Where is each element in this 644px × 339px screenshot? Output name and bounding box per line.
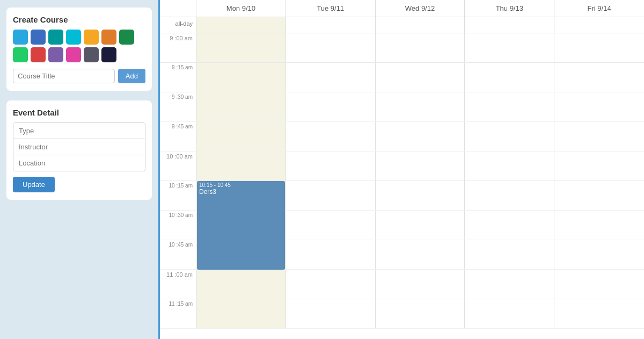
- time-cell-8-4[interactable]: [554, 270, 644, 299]
- time-cell-0-3[interactable]: [465, 33, 554, 62]
- time-cell-0-1[interactable]: [286, 33, 376, 62]
- allday-label: all-day: [160, 17, 196, 33]
- time-cell-5-0[interactable]: 10:15 - 10:45Ders3: [196, 181, 286, 210]
- time-cell-3-3[interactable]: [465, 122, 554, 151]
- color-swatch-teal[interactable]: [48, 30, 63, 45]
- calendar-header: Mon 9/10Tue 9/11Wed 9/12Thu 9/13Fri 9/14: [160, 0, 644, 17]
- time-cell-9-0[interactable]: [196, 299, 286, 328]
- course-title-input[interactable]: [13, 69, 115, 83]
- time-cell-3-2[interactable]: [376, 122, 465, 151]
- event-type-input[interactable]: [13, 123, 145, 139]
- time-cell-1-3[interactable]: [465, 63, 554, 92]
- time-cell-4-0[interactable]: [196, 152, 286, 181]
- allday-row: all-day: [160, 17, 644, 33]
- time-row-9: 11 :15 am: [160, 299, 644, 329]
- color-swatch-cyan[interactable]: [66, 30, 81, 45]
- time-cell-4-1[interactable]: [286, 152, 376, 181]
- time-label-1: 9 :15 am: [160, 63, 196, 92]
- left-panel: Create Course Add Event Detail Update: [0, 0, 158, 339]
- allday-cell-1[interactable]: [286, 17, 376, 33]
- time-cell-6-2[interactable]: [376, 211, 465, 240]
- time-cell-7-2[interactable]: [376, 240, 465, 269]
- color-swatch-navy[interactable]: [101, 47, 116, 62]
- allday-cell-3[interactable]: [465, 17, 554, 33]
- time-cell-1-0[interactable]: [196, 63, 286, 92]
- allday-cell-2[interactable]: [376, 17, 465, 33]
- time-cell-5-4[interactable]: [554, 181, 644, 210]
- event-detail-section: Event Detail Update: [6, 100, 152, 200]
- time-cell-4-3[interactable]: [465, 152, 554, 181]
- color-swatch-blue-mid[interactable]: [31, 30, 46, 45]
- update-button[interactable]: Update: [13, 177, 55, 192]
- time-cell-9-3[interactable]: [465, 299, 554, 328]
- time-cell-6-4[interactable]: [554, 211, 644, 240]
- time-cell-3-1[interactable]: [286, 122, 376, 151]
- color-swatch-orange[interactable]: [84, 30, 99, 45]
- event-detail-fields: [13, 122, 145, 171]
- time-row-5: 10 :15 am10:15 - 10:45Ders3: [160, 181, 644, 211]
- allday-cell-4[interactable]: [554, 17, 644, 33]
- time-label-4: 10 :00 am: [160, 152, 196, 181]
- time-row-4: 10 :00 am: [160, 152, 644, 181]
- time-cell-0-0[interactable]: [196, 33, 286, 62]
- time-cell-0-4[interactable]: [554, 33, 644, 62]
- time-cell-0-2[interactable]: [376, 33, 465, 62]
- time-cell-6-1[interactable]: [286, 211, 376, 240]
- time-cell-5-2[interactable]: [376, 181, 465, 210]
- time-cell-2-1[interactable]: [286, 92, 376, 121]
- time-cell-2-4[interactable]: [554, 92, 644, 121]
- color-swatch-purple[interactable]: [48, 47, 63, 62]
- create-course-section: Create Course Add: [6, 8, 152, 91]
- time-cell-8-2[interactable]: [376, 270, 465, 299]
- add-course-button[interactable]: Add: [118, 69, 145, 83]
- time-row-8: 11 :00 am: [160, 270, 644, 299]
- time-cell-1-2[interactable]: [376, 63, 465, 92]
- time-cell-5-1[interactable]: [286, 181, 376, 210]
- time-cell-8-1[interactable]: [286, 270, 376, 299]
- time-cell-8-0[interactable]: [196, 270, 286, 299]
- time-label-8: 11 :00 am: [160, 270, 196, 299]
- time-cell-5-3[interactable]: [465, 181, 554, 210]
- time-label-7: 10 :45 am: [160, 240, 196, 269]
- time-label-6: 10 :30 am: [160, 211, 196, 240]
- time-cell-4-2[interactable]: [376, 152, 465, 181]
- time-cell-8-3[interactable]: [465, 270, 554, 299]
- time-cell-9-1[interactable]: [286, 299, 376, 328]
- header-day-4: Fri 9/14: [554, 0, 644, 17]
- time-cell-1-1[interactable]: [286, 63, 376, 92]
- event-instructor-input[interactable]: [13, 139, 145, 155]
- color-swatch-green-light[interactable]: [13, 47, 28, 62]
- color-swatch-amber[interactable]: [101, 30, 116, 45]
- event-block-event1[interactable]: 10:15 - 10:45Ders3: [197, 181, 285, 270]
- color-swatch-pink[interactable]: [66, 47, 81, 62]
- time-cell-7-4[interactable]: [554, 240, 644, 269]
- header-day-2: Wed 9/12: [376, 0, 465, 17]
- time-cell-1-4[interactable]: [554, 63, 644, 92]
- time-cell-2-0[interactable]: [196, 92, 286, 121]
- header-day-0: Mon 9/10: [196, 0, 286, 17]
- header-corner: [160, 0, 196, 17]
- time-cell-4-4[interactable]: [554, 152, 644, 181]
- header-day-1: Tue 9/11: [286, 0, 376, 17]
- time-cell-7-3[interactable]: [465, 240, 554, 269]
- color-swatch-blue-light[interactable]: [13, 30, 28, 45]
- color-swatch-gray-dark[interactable]: [84, 47, 99, 62]
- time-grid: 9 :00 am9 :15 am9 :30 am9 :45 am10 :00 a…: [160, 33, 644, 329]
- event-detail-title: Event Detail: [13, 108, 145, 117]
- time-cell-3-4[interactable]: [554, 122, 644, 151]
- time-cell-9-4[interactable]: [554, 299, 644, 328]
- create-course-title: Create Course: [13, 15, 145, 24]
- time-cell-2-3[interactable]: [465, 92, 554, 121]
- event-title-event1: Ders3: [199, 188, 283, 196]
- color-swatch-green-dark[interactable]: [119, 30, 134, 45]
- header-day-3: Thu 9/13: [465, 0, 554, 17]
- time-cell-3-0[interactable]: [196, 122, 286, 151]
- time-cell-7-1[interactable]: [286, 240, 376, 269]
- allday-cell-0[interactable]: [196, 17, 286, 33]
- course-title-row: Add: [13, 69, 145, 83]
- time-cell-2-2[interactable]: [376, 92, 465, 121]
- event-location-input[interactable]: [13, 155, 145, 171]
- time-cell-6-3[interactable]: [465, 211, 554, 240]
- time-cell-9-2[interactable]: [376, 299, 465, 328]
- color-swatch-red[interactable]: [31, 47, 46, 62]
